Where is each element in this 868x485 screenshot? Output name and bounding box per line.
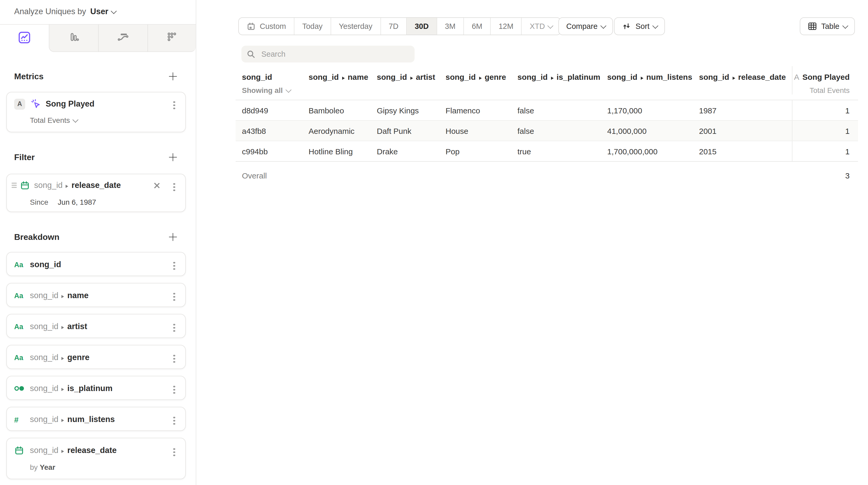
filter-card[interactable]: song_id release_date Since Jun 6, 1987 bbox=[6, 174, 186, 212]
breakdown-parent: song_id bbox=[30, 446, 59, 455]
view-type-button[interactable]: Table bbox=[800, 17, 855, 35]
column-header-is-platinum[interactable]: song_idis_platinum bbox=[518, 66, 607, 94]
add-breakdown-button[interactable] bbox=[168, 233, 177, 241]
add-filter-button[interactable] bbox=[168, 153, 177, 162]
breakdown-property: genre bbox=[67, 353, 90, 362]
date-bucket-dropdown[interactable]: Year bbox=[40, 463, 55, 472]
query-builder-sidebar: Analyze Uniques by User bbox=[0, 0, 196, 485]
column-header-parent: song_id bbox=[699, 72, 729, 81]
add-metric-button[interactable] bbox=[168, 72, 177, 81]
table-row[interactable]: d8d949 Bamboleo Gipsy Kings Flamenco fal… bbox=[236, 100, 858, 121]
aggregation-dropdown[interactable]: Total Events bbox=[30, 116, 78, 124]
filter-menu-button[interactable] bbox=[170, 182, 178, 193]
breakdown-menu-button[interactable] bbox=[170, 353, 178, 364]
date-range-30d[interactable]: 30D bbox=[407, 18, 437, 35]
date-range-custom[interactable]: Custom bbox=[239, 18, 294, 35]
date-range-6m[interactable]: 6M bbox=[464, 18, 491, 35]
cell-metric-value: 1 bbox=[792, 141, 858, 161]
cell-release-date: 2001 bbox=[699, 121, 792, 141]
date-range-today[interactable]: Today bbox=[294, 18, 331, 35]
table-row[interactable]: c994bb Hotline Bling Drake Pop true 1,70… bbox=[236, 141, 858, 161]
chevron-down-icon bbox=[652, 23, 658, 28]
remove-filter-button[interactable] bbox=[153, 182, 160, 189]
breakdown-card-song-id[interactable]: Aa song_id bbox=[6, 252, 186, 276]
breakdown-menu-button[interactable] bbox=[170, 322, 178, 333]
column-header-label: num_listens bbox=[646, 72, 692, 81]
metrics-heading: Metrics bbox=[14, 72, 43, 81]
filter-heading: Filter bbox=[14, 153, 35, 162]
breakdown-card-is-platinum[interactable]: song_id is_platinum bbox=[6, 376, 186, 400]
date-range-7d[interactable]: 7D bbox=[381, 18, 407, 35]
tab-bar-chart[interactable] bbox=[50, 25, 99, 52]
column-header-artist[interactable]: song_idartist bbox=[377, 66, 445, 94]
breakdown-menu-button[interactable] bbox=[170, 447, 178, 458]
table-row[interactable]: a43fb8 Aerodynamic Daft Punk House false… bbox=[236, 121, 858, 141]
tab-line-chart[interactable] bbox=[0, 25, 49, 52]
date-range-label: 7D bbox=[389, 22, 398, 30]
breakdown-card-num-listens[interactable]: # song_id num_listens bbox=[6, 407, 186, 431]
breakdown-property: is_platinum bbox=[67, 384, 113, 393]
breakdown-menu-button[interactable] bbox=[170, 415, 178, 426]
breadcrumb-arrow-icon bbox=[62, 415, 64, 424]
filter-property: release_date bbox=[72, 181, 121, 190]
tab-flow[interactable] bbox=[98, 25, 148, 52]
date-range-label: 12M bbox=[499, 22, 513, 30]
breakdown-card-release-date[interactable]: song_id release_date by Year bbox=[6, 438, 186, 479]
cell-release-date: 1987 bbox=[699, 100, 792, 120]
column-header-parent: song_id bbox=[377, 72, 407, 81]
breakdown-menu-button[interactable] bbox=[170, 384, 178, 395]
inactive-tabs-group bbox=[49, 25, 196, 52]
breakdown-menu-button[interactable] bbox=[170, 260, 178, 271]
breakdown-card-genre[interactable]: Aa song_id genre bbox=[6, 345, 186, 369]
column-header-release-date[interactable]: song_idrelease_date bbox=[699, 66, 792, 94]
tab-metrics[interactable] bbox=[148, 25, 196, 52]
search-input[interactable] bbox=[260, 49, 409, 59]
date-range-yesterday[interactable]: Yesterday bbox=[331, 18, 381, 35]
column-header-label: song_id bbox=[242, 72, 272, 81]
date-range-3m[interactable]: 3M bbox=[437, 18, 464, 35]
breakdown-card-artist[interactable]: Aa song_id artist bbox=[6, 314, 186, 338]
metric-card[interactable]: A Song Played Total Events bbox=[6, 92, 186, 132]
breakdown-parent: song_id bbox=[30, 415, 59, 424]
date-range-12m[interactable]: 12M bbox=[491, 18, 522, 35]
breakdown-card-name[interactable]: Aa song_id name bbox=[6, 283, 186, 307]
date-range-label: 6M bbox=[472, 22, 482, 30]
analyze-user-dropdown[interactable]: User bbox=[90, 7, 116, 16]
sort-button[interactable]: Sort bbox=[614, 17, 665, 35]
text-property-icon: Aa bbox=[14, 292, 26, 299]
breadcrumb-arrow-icon bbox=[410, 72, 413, 81]
breadcrumb-arrow-icon bbox=[641, 72, 643, 81]
date-range-label: Today bbox=[302, 22, 322, 30]
calendar-icon bbox=[14, 445, 26, 455]
date-range-xtd[interactable]: XTD bbox=[522, 18, 560, 35]
filter-operator-dropdown[interactable]: Since bbox=[30, 198, 48, 206]
column-header-genre[interactable]: song_idgenre bbox=[445, 66, 518, 94]
cell-is-platinum: true bbox=[518, 141, 607, 161]
column-header-parent: song_id bbox=[445, 72, 476, 81]
table-overall-row: Overall 3 bbox=[236, 161, 858, 186]
compare-button[interactable]: Compare bbox=[558, 17, 613, 35]
breakdown-parent: song_id bbox=[30, 384, 59, 393]
column-header-label: name bbox=[348, 72, 368, 81]
breadcrumb-arrow-icon bbox=[551, 72, 553, 81]
table-grid-icon bbox=[808, 22, 817, 31]
breakdown-heading: Breakdown bbox=[14, 233, 60, 242]
column-header-num-listens[interactable]: song_idnum_listens bbox=[607, 66, 699, 94]
filter-value[interactable]: Jun 6, 1987 bbox=[58, 198, 96, 206]
metric-column-header[interactable]: ASong Played Total Events bbox=[792, 66, 858, 94]
showing-all-dropdown[interactable]: Showing all bbox=[242, 86, 309, 94]
bar-chart-icon bbox=[68, 31, 80, 45]
breakdown-parent: song_id bbox=[30, 353, 59, 362]
breakdown-menu-button[interactable] bbox=[170, 291, 178, 302]
date-range-label: 3M bbox=[445, 22, 456, 30]
cell-genre: Pop bbox=[445, 141, 518, 161]
column-header-name[interactable]: song_idname bbox=[309, 66, 377, 94]
breakdown-property: num_listens bbox=[67, 415, 115, 424]
date-range-control: Custom Today Yesterday 7D 30D 3M 6M 12M … bbox=[238, 17, 561, 35]
metric-series-badge: A bbox=[14, 98, 25, 110]
drag-handle[interactable] bbox=[11, 183, 17, 188]
column-header-song-id[interactable]: song_id Showing all bbox=[236, 66, 309, 94]
date-range-label: XTD bbox=[530, 22, 545, 30]
metric-menu-button[interactable] bbox=[170, 100, 178, 111]
chevron-down-icon bbox=[548, 23, 553, 28]
